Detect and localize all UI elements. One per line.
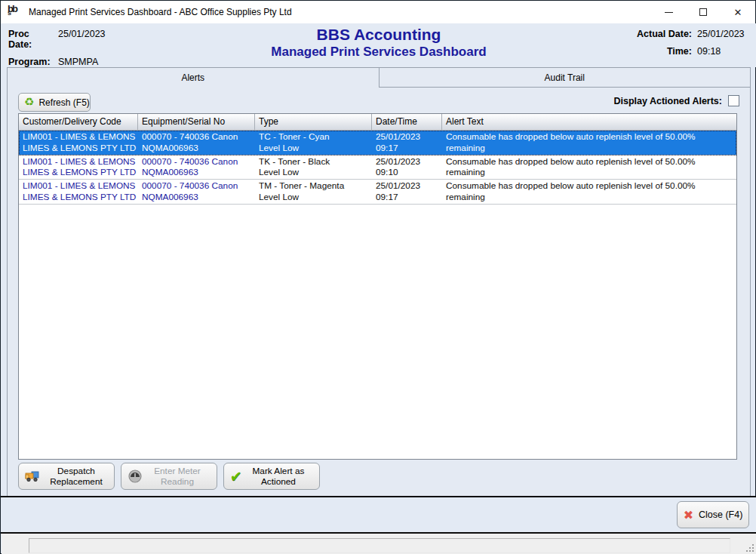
despatch-line1: Despatch: [43, 466, 109, 476]
row-customer-line2: LIMES & LEMONS PTY LTD: [23, 167, 137, 178]
row-customer-line2: LIMES & LEMONS PTY LTD: [23, 143, 137, 154]
row-alert-text: Consumable has dropped below auto replen…: [442, 155, 736, 180]
refresh-label: Refresh (F5): [38, 97, 89, 108]
row-customer-line1: LIM001 - LIMES & LEMONS: [23, 156, 137, 168]
window-title: Managed Print Services Dashboard - ABC O…: [29, 7, 292, 17]
column-header-equipment[interactable]: Equipment/Serial No: [138, 114, 255, 130]
header-right: Actual Date: 25/01/2023 Time: 09:18: [637, 29, 748, 63]
row-type-line1: TC - Toner - Cyan: [259, 131, 371, 143]
window-controls: ✕: [651, 1, 755, 23]
close-icon: ✕: [734, 7, 742, 18]
row-customer-line2: LIMES & LEMONS PTY LTD: [23, 192, 137, 203]
meter-line2: Reading: [143, 476, 212, 487]
row-alert-text: Consumable has dropped below auto replen…: [442, 180, 736, 204]
refresh-button[interactable]: ♻ Refresh (F5): [18, 93, 91, 112]
row-equipment-line2: NQMA006963: [142, 167, 254, 178]
bbs-app-icon: bb s: [8, 5, 21, 19]
row-equipment-line1: 000070 - 740036 Canon: [142, 156, 254, 168]
minimize-button[interactable]: [651, 1, 686, 23]
status-message-panel: [29, 538, 730, 553]
status-bar: [2, 534, 756, 554]
maximize-button[interactable]: [686, 1, 721, 23]
table-header-row: Customer/Delivery Code Equipment/Serial …: [19, 114, 736, 131]
display-actioned-label: Display Actioned Alerts:: [613, 96, 722, 106]
despatch-replacement-button[interactable]: Despatch Replacement: [18, 463, 115, 490]
column-header-datetime[interactable]: Date/Time: [372, 114, 442, 130]
table-row[interactable]: LIM001 - LIMES & LEMONS LIMES & LEMONS P…: [19, 131, 736, 155]
column-header-type[interactable]: Type: [255, 114, 372, 130]
row-customer-line1: LIM001 - LIMES & LEMONS: [23, 180, 137, 192]
row-date: 25/01/2023: [376, 156, 441, 168]
enter-meter-reading-button[interactable]: Enter Meter Reading: [121, 463, 217, 490]
row-type-line2: Level Low: [259, 167, 371, 178]
meter-line1: Enter Meter: [143, 466, 212, 476]
column-header-alert-text[interactable]: Alert Text: [442, 114, 736, 130]
display-actioned-checkbox[interactable]: [728, 95, 739, 106]
tab-audit-trail[interactable]: Audit Trail: [380, 67, 751, 88]
tab-bar: Alerts Audit Trail: [7, 67, 751, 88]
row-type-line2: Level Low: [259, 192, 371, 203]
truck-icon: [25, 469, 43, 483]
row-equipment-line2: NQMA006963: [142, 143, 254, 154]
time-value: 09:18: [697, 46, 748, 57]
row-equipment-line2: NQMA006963: [142, 192, 254, 203]
row-alert-text: Consumable has dropped below auto replen…: [442, 131, 736, 155]
green-check-icon: ✔: [230, 468, 242, 485]
title-bar: bb s Managed Print Services Dashboard - …: [1, 1, 755, 23]
meter-gauge-icon: [128, 469, 143, 484]
row-time: 09:17: [376, 192, 441, 203]
app-window: bb s Managed Print Services Dashboard - …: [0, 0, 756, 554]
table-row[interactable]: LIM001 - LIMES & LEMONS LIMES & LEMONS P…: [19, 180, 736, 205]
tab-alerts[interactable]: Alerts: [7, 67, 380, 88]
display-actioned-alerts: Display Actioned Alerts:: [613, 95, 739, 106]
actual-date-value: 25/01/2023: [697, 29, 748, 39]
column-header-customer[interactable]: Customer/Delivery Code: [19, 114, 138, 130]
row-equipment-line1: 000070 - 740036 Canon: [142, 180, 254, 192]
resize-grip[interactable]: [745, 543, 754, 552]
time-label: Time:: [667, 46, 692, 57]
row-date: 25/01/2023: [376, 180, 441, 192]
actual-date-label: Actual Date:: [637, 29, 692, 39]
minimize-icon: [665, 12, 673, 13]
despatch-line2: Replacement: [43, 476, 109, 487]
row-time: 09:10: [376, 167, 441, 178]
mark-alert-actioned-button[interactable]: ✔ Mark Alert as Actioned: [223, 463, 320, 490]
close-window-button[interactable]: ✕: [721, 1, 755, 23]
close-form-button[interactable]: ✖ Close (F4): [677, 501, 749, 528]
close-bar: ✖ Close (F4): [2, 497, 756, 532]
maximize-icon: [699, 8, 707, 16]
actioned-line1: Mark Alert as: [242, 466, 315, 476]
row-type-line1: TK - Toner - Black: [259, 156, 371, 168]
recycle-icon: ♻: [24, 97, 34, 108]
row-type-line2: Level Low: [259, 143, 371, 154]
red-x-icon: ✖: [684, 508, 693, 522]
actioned-line2: Actioned: [242, 476, 315, 487]
row-equipment-line1: 000070 - 740036 Canon: [142, 131, 254, 143]
action-button-row: Despatch Replacement Enter Meter Reading…: [18, 463, 326, 490]
row-type-line1: TM - Toner - Magenta: [259, 180, 371, 192]
close-button-label: Close (F4): [699, 509, 742, 520]
row-customer-line1: LIM001 - LIMES & LEMONS: [23, 131, 137, 143]
table-row[interactable]: LIM001 - LIMES & LEMONS LIMES & LEMONS P…: [19, 155, 736, 180]
alerts-panel: ♻ Refresh (F5) Display Actioned Alerts: …: [7, 87, 751, 496]
header-strip: Proc Date: 25/01/2023 Program: SMPMPA BB…: [2, 23, 756, 67]
alerts-table: Customer/Delivery Code Equipment/Serial …: [18, 113, 737, 460]
row-date: 25/01/2023: [376, 131, 441, 143]
row-time: 09:17: [376, 143, 441, 154]
